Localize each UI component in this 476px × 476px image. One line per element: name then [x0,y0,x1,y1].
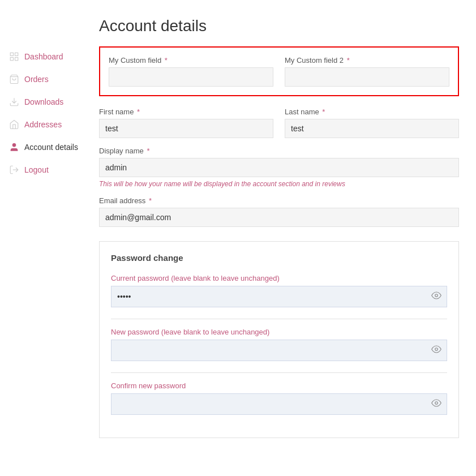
custom-field-2-group: My Custom field 2 * [285,56,449,87]
sidebar: Dashboard Orders Downloads Addresses Acc… [0,11,93,465]
svg-point-9 [435,348,438,351]
sidebar-item-label: Account details [24,143,78,152]
sidebar-item-logout[interactable]: Logout [6,158,93,181]
new-password-wrapper [111,340,447,361]
main-content: Account details My Custom field * My Cus… [93,11,476,465]
password-section-title: Password change [111,253,447,263]
confirm-password-label: Confirm new password [111,381,447,390]
required-star-em: * [147,196,152,205]
name-row: First name * Last name * [99,108,459,138]
confirm-password-input[interactable] [111,393,447,415]
custom-field-2-input[interactable] [285,67,449,87]
required-star-2: * [345,56,350,65]
svg-point-6 [12,143,16,147]
required-star-ln: * [320,108,325,116]
new-password-input[interactable] [111,340,447,361]
new-password-toggle-icon[interactable] [431,344,441,357]
first-name-label: First name * [99,108,273,116]
dashboard-icon [8,51,20,62]
last-name-group: Last name * [285,108,459,138]
divider-2 [111,372,447,373]
email-input[interactable] [99,208,459,227]
display-name-input[interactable] [99,158,459,177]
last-name-input[interactable] [285,119,459,138]
svg-rect-2 [10,58,13,61]
logout-icon [8,164,20,175]
sidebar-item-label: Logout [24,165,49,174]
new-password-group: New password (leave blank to leave uncha… [111,328,447,361]
password-section: Password change Current password (leave … [99,241,459,438]
custom-fields-section: My Custom field * My Custom field 2 * [99,46,459,96]
custom-field-2-label: My Custom field 2 * [285,56,449,65]
current-password-input[interactable] [111,286,447,307]
display-name-hint: This will be how your name will be displ… [99,180,459,188]
confirm-password-group: Confirm new password [111,381,447,415]
svg-point-10 [435,402,438,405]
sidebar-item-label: Dashboard [24,52,63,61]
sidebar-item-orders[interactable]: Orders [6,68,93,91]
email-label: Email address * [99,196,459,205]
display-name-label: Display name * [99,147,459,155]
confirm-password-toggle-icon[interactable] [431,398,441,410]
sidebar-item-addresses[interactable]: Addresses [6,113,93,136]
svg-rect-3 [15,58,18,61]
page-title: Account details [99,17,459,35]
required-star-fn: * [135,108,140,116]
svg-point-8 [435,294,438,297]
sidebar-item-account-details[interactable]: Account details [6,136,93,158]
first-name-group: First name * [99,108,273,138]
downloads-icon [8,96,20,108]
current-password-group: Current password (leave blank to leave u… [111,274,447,307]
confirm-password-wrapper [111,393,447,415]
required-star-1: * [162,56,168,65]
custom-field-1-input[interactable] [109,67,273,87]
divider-1 [111,319,447,319]
required-star-dn: * [145,147,150,155]
sidebar-item-dashboard[interactable]: Dashboard [6,45,93,68]
first-name-input[interactable] [99,119,273,138]
sidebar-item-downloads[interactable]: Downloads [6,91,93,113]
new-password-label: New password (leave blank to leave uncha… [111,328,447,336]
addresses-icon [8,119,20,130]
custom-field-1-label: My Custom field * [109,56,273,65]
sidebar-item-label: Orders [24,75,49,84]
svg-rect-1 [15,53,18,55]
account-icon [8,141,20,153]
svg-rect-0 [10,53,13,55]
sidebar-item-label: Addresses [24,120,62,129]
current-password-label: Current password (leave blank to leave u… [111,274,447,282]
sidebar-item-label: Downloads [24,97,63,106]
display-name-group: Display name * [99,147,459,177]
email-group: Email address * [99,196,459,227]
last-name-label: Last name * [285,108,459,116]
current-password-wrapper [111,286,447,307]
current-password-toggle-icon[interactable] [431,290,441,303]
orders-icon [8,74,20,85]
custom-field-1-group: My Custom field * [109,56,273,87]
